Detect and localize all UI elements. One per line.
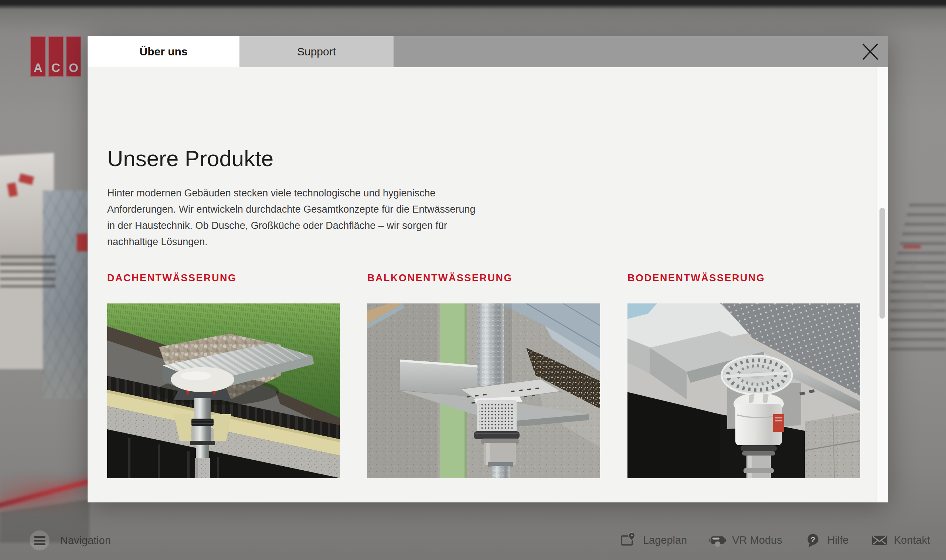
red-accent-line xyxy=(903,245,921,248)
balcony-drain-illustration xyxy=(367,303,600,478)
category-label[interactable]: BALKONENTWÄSSERUNG xyxy=(367,272,600,283)
category-image-floor-drainage[interactable] xyxy=(628,303,860,478)
floor-drain-illustration xyxy=(628,303,860,478)
close-button[interactable] xyxy=(852,36,888,67)
logo-bar: A xyxy=(30,36,46,77)
product-categories: DACHENTWÄSSERUNG xyxy=(107,272,860,478)
question-mark-glyph: ? xyxy=(810,535,815,544)
vr-headset-icon xyxy=(709,532,726,549)
intro-paragraph: Hinter modernen Gebäuden stecken viele t… xyxy=(107,185,521,250)
category-image-roof-drainage[interactable] xyxy=(107,303,340,478)
aco-logo: A C O xyxy=(30,36,81,77)
toolbar-item-lageplan[interactable]: Lageplan xyxy=(620,532,687,549)
modal-scrollbar-thumb[interactable] xyxy=(880,208,885,318)
window-slats xyxy=(0,255,56,289)
toolbar-item-label: VR Modus xyxy=(732,534,782,546)
navigation-menu-button[interactable] xyxy=(29,531,49,551)
tab-ueber-uns[interactable]: Über uns xyxy=(88,36,239,67)
glass-sketch-panel xyxy=(43,191,90,399)
screen: A C O Navigation Lageplan VR Mo xyxy=(0,0,946,560)
category-floor-drainage: BODENENTWÄSSERUNG xyxy=(628,272,860,478)
modal-scrollbar-track[interactable] xyxy=(876,67,888,502)
tab-support[interactable]: Support xyxy=(239,36,394,67)
envelope-icon xyxy=(871,532,888,549)
toolbar-item-label: Hilfe xyxy=(827,534,849,546)
category-label[interactable]: DACHENTWÄSSERUNG xyxy=(107,272,340,283)
bottom-toolbar-right: Lageplan VR Modus ? Hilfe xyxy=(620,529,930,551)
roof-drain-illustration xyxy=(107,303,340,478)
hamburger-icon xyxy=(34,536,45,538)
top-vignette xyxy=(0,0,946,9)
toolbar-item-label: Lageplan xyxy=(643,534,687,546)
toolbar-item-vr-modus[interactable]: VR Modus xyxy=(709,532,782,549)
logo-bar: C xyxy=(48,36,63,77)
hamburger-icon xyxy=(34,543,45,545)
category-image-balcony-drainage[interactable] xyxy=(367,303,600,478)
overlay-tabbar: Über uns Support xyxy=(88,36,888,67)
close-icon xyxy=(862,43,879,60)
logo-letter: A xyxy=(31,61,45,75)
category-roof-drainage: DACHENTWÄSSERUNG xyxy=(107,272,340,478)
category-label[interactable]: BODENENTWÄSSERUNG xyxy=(628,272,860,283)
tabbar-spacer xyxy=(394,36,852,67)
logo-bar: O xyxy=(66,36,81,77)
logo-letter: C xyxy=(49,61,63,75)
navigation-label[interactable]: Navigation xyxy=(60,535,111,547)
map-pin-icon xyxy=(620,532,637,549)
overlay-body: Unsere Produkte Hinter modernen Gebäuden… xyxy=(88,67,888,502)
page-title: Unsere Produkte xyxy=(107,147,273,171)
category-balcony-drainage: BALKONENTWÄSSERUNG xyxy=(367,272,600,478)
logo-letter: O xyxy=(66,61,80,75)
about-overlay-dialog: Über uns Support Unsere Produkte Hinter … xyxy=(88,36,888,502)
exhibit-silhouette xyxy=(890,259,937,314)
toolbar-item-hilfe[interactable]: ? Hilfe xyxy=(804,532,849,549)
background-showroom-right xyxy=(887,199,946,384)
red-exhibit-panel xyxy=(77,234,88,251)
toolbar-item-label: Kontakt xyxy=(894,534,930,546)
toolbar-item-kontakt[interactable]: Kontakt xyxy=(871,532,930,549)
hamburger-icon xyxy=(34,540,45,542)
help-bubble-icon: ? xyxy=(804,532,821,549)
background-showroom-left xyxy=(0,148,90,543)
